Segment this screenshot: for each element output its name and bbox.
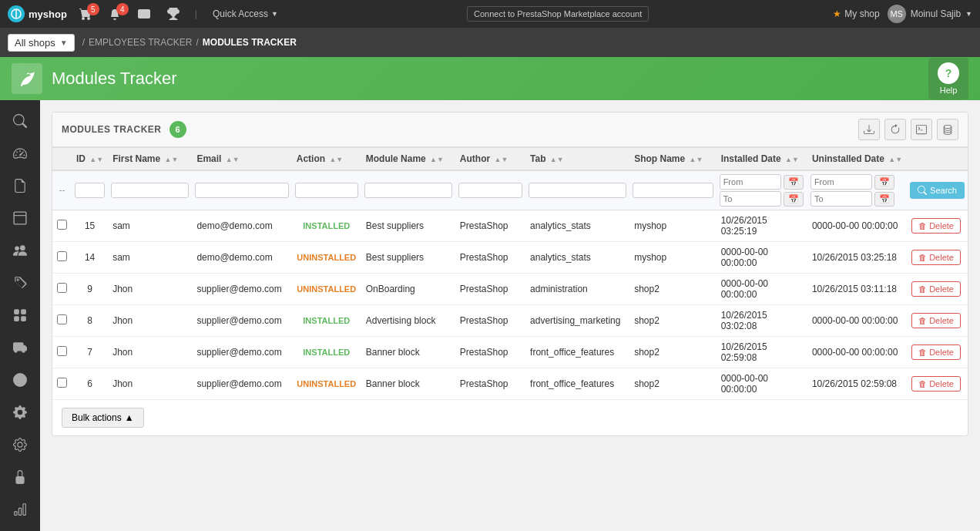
delete-button-2[interactable]: 🗑 Delete	[911, 281, 961, 297]
uninstalled-date-from-calendar-button[interactable]: 📅	[874, 175, 894, 190]
sidebar-item-stats[interactable]	[4, 495, 36, 524]
col-tab[interactable]: Tab ▲▼	[525, 148, 629, 171]
row-checkbox-2[interactable]	[57, 283, 67, 293]
nav-center: Connect to PrestaShop Marketplace accoun…	[290, 6, 825, 22]
sidebar-item-catalog[interactable]	[4, 203, 36, 233]
sidebar-item-price-rules[interactable]	[4, 268, 36, 297]
terminal-button[interactable]	[911, 119, 932, 140]
cell-id: 8	[72, 305, 108, 337]
row-checkbox-0[interactable]	[57, 220, 67, 230]
trophy-button[interactable]	[163, 8, 184, 20]
shop-selector[interactable]: All shops ▼	[8, 34, 75, 52]
filter-tab-input[interactable]	[529, 183, 626, 198]
delete-button-3[interactable]: 🗑 Delete	[911, 313, 961, 328]
user-menu[interactable]: MS Moinul Sajib ▼	[888, 5, 972, 23]
filter-action-cell	[292, 170, 361, 210]
filter-modulename-input[interactable]	[364, 183, 452, 198]
delete-button-5[interactable]: 🗑 Delete	[911, 376, 961, 392]
filter-id-input[interactable]	[75, 183, 105, 198]
sidebar-item-leaf-module[interactable]	[4, 527, 36, 531]
cart-button[interactable]: 5	[75, 8, 96, 20]
filter-modulename-cell	[361, 170, 455, 210]
cell-installed-date: 10/26/2015 03:02:08	[717, 305, 807, 337]
row-checkbox-5[interactable]	[57, 378, 67, 388]
my-shop-button[interactable]: ★ My shop	[833, 8, 879, 19]
action-status-badge: UNINSTALLED	[297, 253, 356, 262]
help-button[interactable]: ? Help	[928, 58, 968, 99]
row-checkbox-3[interactable]	[57, 314, 67, 324]
filter-shopname-input[interactable]	[633, 183, 713, 198]
database-button[interactable]	[937, 119, 958, 140]
installed-date-from-input[interactable]	[720, 174, 781, 190]
cell-first-name: Jhon	[108, 337, 192, 368]
sidebar-item-orders[interactable]	[4, 171, 36, 200]
filter-email-cell	[192, 170, 291, 210]
filter-dash: --	[52, 170, 72, 210]
installed-date-to-calendar-button[interactable]: 📅	[784, 192, 804, 207]
filter-author-input[interactable]	[458, 183, 522, 198]
col-action[interactable]: Action ▲▼	[292, 148, 361, 171]
sidebar-item-admin[interactable]	[4, 462, 36, 492]
filter-email-input[interactable]	[195, 183, 288, 198]
row-checkbox-4[interactable]	[57, 346, 67, 356]
filter-firstname-input[interactable]	[111, 183, 189, 198]
sidebar-item-dashboard[interactable]	[4, 139, 36, 168]
delete-button-1[interactable]: 🗑 Delete	[911, 250, 961, 265]
col-first-name[interactable]: First Name ▲▼	[108, 148, 192, 171]
connect-marketplace-button[interactable]: Connect to PrestaShop Marketplace accoun…	[467, 6, 649, 22]
quick-access-button[interactable]: Quick Access ▼	[208, 8, 283, 19]
brand-icon	[8, 5, 25, 22]
cell-uninstalled-date: 10/26/2015 03:11:18	[807, 274, 907, 305]
search-button[interactable]: Search	[910, 182, 965, 199]
notifications-button[interactable]: 4	[104, 8, 126, 20]
cell-author: PrestaShop	[455, 368, 525, 400]
help-icon: ?	[938, 62, 959, 84]
action-status-badge: INSTALLED	[303, 348, 350, 357]
uninstalled-date-from-input[interactable]	[811, 174, 872, 190]
action-status-badge: INSTALLED	[303, 221, 350, 230]
breadcrumb-employees-tracker[interactable]: EMPLOYEES TRACKER	[89, 37, 192, 48]
sidebar-item-shipping[interactable]	[4, 333, 36, 362]
refresh-button[interactable]	[884, 119, 906, 140]
installed-date-to-input[interactable]	[720, 191, 781, 207]
sidebar-item-advanced[interactable]	[4, 430, 36, 459]
layout: MODULES TRACKER 6	[0, 100, 980, 531]
col-email[interactable]: Email ▲▼	[192, 148, 291, 171]
table-header-row: ID ▲▼ First Name ▲▼ Email ▲▼ Action ▲▼ M…	[52, 148, 968, 171]
sidebar-item-localization[interactable]	[4, 365, 36, 395]
cell-row-actions: 🗑 Delete	[907, 337, 968, 368]
delete-button-0[interactable]: 🗑 Delete	[911, 218, 961, 234]
cell-module-name: Best suppliers	[361, 210, 455, 242]
page-title: Modules Tracker	[52, 69, 177, 89]
messages-button[interactable]	[133, 8, 155, 20]
sidebar-item-search[interactable]	[4, 106, 36, 136]
cell-id: 6	[72, 368, 108, 400]
cell-uninstalled-date: 10/26/2015 02:59:08	[807, 368, 907, 400]
col-uninstalled-date[interactable]: Uninstalled Date ▲▼	[807, 148, 907, 171]
col-id[interactable]: ID ▲▼	[72, 148, 108, 171]
card-header: MODULES TRACKER 6	[52, 113, 968, 147]
installed-date-from-calendar-button[interactable]: 📅	[784, 175, 804, 190]
sidebar-item-preferences[interactable]	[4, 398, 36, 427]
bulk-actions-label: Bulk actions	[72, 412, 122, 423]
col-shop-name[interactable]: Shop Name ▲▼	[629, 148, 716, 171]
filter-search-cell: Search	[907, 170, 968, 210]
sidebar-item-customers[interactable]	[4, 236, 36, 265]
bulk-actions-button[interactable]: Bulk actions ▲	[62, 408, 144, 428]
uninstalled-date-to-calendar-button[interactable]: 📅	[874, 192, 894, 207]
table-row: 15 sam demo@demo.com INSTALLED Best supp…	[52, 210, 968, 242]
filter-action-input[interactable]	[295, 183, 358, 198]
row-checkbox-1[interactable]	[57, 251, 67, 261]
export-button[interactable]	[858, 119, 880, 140]
col-installed-date[interactable]: Installed Date ▲▼	[717, 148, 807, 171]
col-author[interactable]: Author ▲▼	[455, 148, 525, 171]
cell-tab: analytics_stats	[525, 210, 629, 242]
col-module-name[interactable]: Module Name ▲▼	[361, 148, 455, 171]
uninstalled-date-to-input[interactable]	[811, 191, 872, 207]
sidebar-item-modules[interactable]	[4, 301, 36, 330]
row-checkbox-cell	[52, 305, 72, 337]
brand-logo[interactable]: myshop	[8, 5, 67, 22]
delete-button-4[interactable]: 🗑 Delete	[911, 344, 961, 360]
cell-email: demo@demo.com	[192, 210, 291, 242]
table-body: 15 sam demo@demo.com INSTALLED Best supp…	[52, 210, 968, 400]
